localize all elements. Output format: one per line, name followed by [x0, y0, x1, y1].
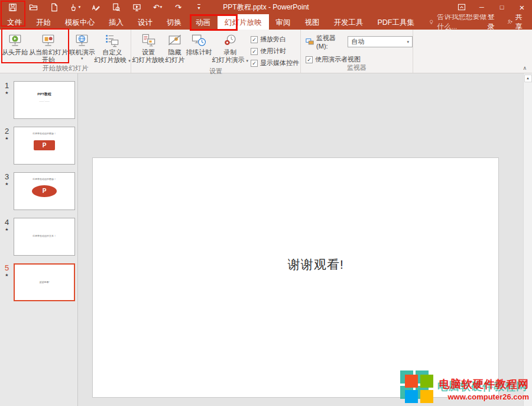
checkbox-icon: ✓	[306, 56, 313, 63]
hide-slide-icon	[167, 33, 183, 49]
windows-logo-icon	[404, 373, 434, 404]
maximize-button[interactable]: □	[492, 0, 512, 14]
sign-in-button[interactable]: 登录	[488, 12, 495, 32]
from-beginning-button[interactable]: 从头开始	[2, 31, 28, 56]
close-button[interactable]: ×	[512, 0, 532, 14]
play-from-start-icon	[7, 33, 23, 49]
redo-icon[interactable]: ↷	[168, 1, 189, 14]
caret-down-icon: ▾	[79, 5, 81, 9]
checkbox-play-narrations[interactable]: ✓ 播放旁白	[251, 35, 299, 44]
caret-down-icon: ▾	[160, 5, 163, 9]
share-button[interactable]: 共享	[507, 12, 525, 32]
caret-down-icon: ▾	[128, 59, 131, 63]
slide-thumbnail-5[interactable]: 5 ★ 谢谢观看!	[0, 263, 77, 301]
checkbox-use-timings[interactable]: ✓ 使用计时	[251, 47, 299, 56]
caret-down-icon: ▾	[407, 40, 409, 44]
slideshow-icon[interactable]	[126, 1, 147, 14]
hide-slide-button[interactable]: 隐藏 幻灯片	[164, 31, 186, 64]
caret-down-icon: ▾	[81, 56, 83, 61]
slide-number: 1	[5, 82, 9, 89]
checkbox-icon: ✓	[251, 36, 258, 43]
current-slide[interactable]: 谢谢观看!	[92, 157, 499, 398]
powerpoint-logo-ellipse: P	[32, 185, 57, 197]
site-watermark: 电脑软硬件教程网 www.computer26.com	[404, 373, 529, 404]
customize-qat-icon[interactable]: ▾	[189, 1, 209, 14]
slide-thumbnail-4[interactable]: 4 ★ 这是带有动画的文本！	[0, 218, 77, 256]
thumb-caption: 谢谢观看!	[15, 281, 74, 283]
new-document-icon[interactable]	[44, 1, 64, 14]
undo-icon[interactable]: ↶ ▾	[147, 1, 168, 14]
person-icon	[507, 18, 513, 26]
animation-star-icon[interactable]: ★	[5, 273, 8, 278]
group-start-slide-show: 从头开始 从当前幻灯片 开始 联机演示 ▾ 自定义 幻灯片放映 ▾	[0, 30, 131, 73]
thumb-subtitle: ——·——	[14, 99, 74, 102]
thumb-caption: 这是带有动画的图标！	[14, 178, 74, 181]
ribbon: 从头开始 从当前幻灯片 开始 联机演示 ▾ 自定义 幻灯片放映 ▾	[0, 30, 532, 73]
tab-view[interactable]: 视图	[298, 14, 327, 30]
editing-canvas: 谢谢观看!	[78, 73, 523, 406]
touch-mode-icon[interactable]: ▾	[64, 1, 85, 14]
set-up-slide-show-button[interactable]: 设置 幻灯片放映	[133, 31, 164, 64]
custom-slide-show-button[interactable]: 自定义 幻灯片放映 ▾	[95, 31, 129, 65]
animation-star-icon[interactable]: ★	[5, 91, 8, 95]
checkbox-use-presenter-view[interactable]: ✓ 使用演示者视图	[306, 55, 413, 64]
checkbox-icon: ✓	[251, 48, 258, 55]
slide-thumbnail-3[interactable]: 3 ★ 这是带有动画的图标！ P	[0, 172, 77, 210]
setup-show-icon	[141, 33, 157, 49]
thumb-caption: 这是带有动画的文本！	[14, 234, 74, 237]
powerpoint-logo-badge: P	[34, 140, 55, 150]
from-current-slide-button[interactable]: 从当前幻灯片 开始	[28, 31, 69, 64]
tab-template-center[interactable]: 模板中心	[58, 14, 102, 30]
lightbulb-icon	[429, 18, 434, 26]
slide-thumbnail-1[interactable]: 1 ★ PPT教程 ——·——	[0, 81, 77, 119]
slide-number: 3	[5, 173, 9, 181]
monitor-label: 监视器(M):	[316, 34, 345, 50]
rehearse-timings-button[interactable]: 排练计时	[186, 31, 212, 56]
checkbox-icon: ✓	[251, 60, 258, 67]
save-icon[interactable]	[2, 1, 23, 14]
tab-transitions[interactable]: 切换	[160, 14, 189, 30]
slide-thumbnail-panel: 1 ★ PPT教程 ——·—— 2 ★ 这是带有动画的图标！ P	[0, 73, 78, 406]
setup-checkboxes: ✓ 播放旁白 ✓ 使用计时 ✓ 显示媒体控件	[248, 31, 299, 67]
monitor-dropdown[interactable]: 自动 ▾	[348, 36, 413, 47]
slide-thumbnail-2[interactable]: 2 ★ 这是带有动画的图标！ P	[0, 127, 77, 165]
tell-me-box[interactable]: 告诉我您想要做什么...	[429, 14, 488, 30]
tab-pdf-tools[interactable]: PDF工具集	[371, 14, 422, 30]
tab-insert[interactable]: 插入	[102, 14, 131, 30]
tab-design[interactable]: 设计	[131, 14, 160, 30]
present-online-button[interactable]: 联机演示 ▾	[69, 31, 95, 61]
slide-number: 2	[5, 127, 9, 135]
monitors-icon	[306, 38, 314, 46]
proofing-icon[interactable]	[85, 1, 106, 14]
animation-star-icon[interactable]: ★	[5, 227, 8, 232]
group-label-monitors: 监视器	[301, 64, 413, 73]
ribbon-display-options-icon[interactable]	[452, 0, 472, 14]
play-from-current-icon	[40, 33, 56, 49]
checkbox-show-media-controls[interactable]: ✓ 显示媒体控件	[251, 59, 299, 67]
animation-star-icon[interactable]: ★	[5, 182, 8, 186]
animation-star-icon[interactable]: ★	[5, 136, 8, 141]
tab-review[interactable]: 审阅	[269, 14, 298, 30]
quick-access-toolbar: ▾ ↶ ▾ ↷ ▾	[0, 1, 209, 14]
slide-number: 5	[5, 264, 9, 272]
window-title: PPT教程.pptx - PowerPoint	[223, 2, 309, 12]
group-set-up: 设置 幻灯片放映 隐藏 幻灯片 排练计时 录制 幻灯片演示 ▾	[131, 30, 301, 73]
tab-developer[interactable]: 开发工具	[327, 14, 371, 30]
tab-file[interactable]: 文件	[0, 14, 29, 30]
tab-slide-show[interactable]: 幻灯片放映	[218, 14, 269, 30]
tab-home[interactable]: 开始	[29, 14, 58, 30]
scroll-up-icon[interactable]: ▲	[524, 75, 532, 82]
open-icon[interactable]	[23, 1, 44, 14]
slide-body-text[interactable]: 谢谢观看!	[288, 256, 344, 273]
print-preview-icon[interactable]	[106, 1, 126, 14]
record-slide-show-button[interactable]: 录制 幻灯片演示 ▾	[212, 31, 248, 65]
group-monitors: 监视器(M): 自动 ▾ ✓ 使用演示者视图 监视器	[301, 30, 413, 73]
main-area: 1 ★ PPT教程 ——·—— 2 ★ 这是带有动画的图标！ P	[0, 73, 532, 406]
vertical-scrollbar[interactable]: ▲	[523, 73, 532, 406]
tab-animations[interactable]: 动画	[189, 14, 218, 30]
minimize-button[interactable]: ─	[472, 0, 492, 14]
slide-number: 4	[5, 218, 9, 226]
thumb-title: PPT教程	[14, 92, 74, 97]
collapse-ribbon-icon[interactable]: ∧	[523, 65, 527, 71]
rehearse-timings-icon	[191, 33, 207, 49]
